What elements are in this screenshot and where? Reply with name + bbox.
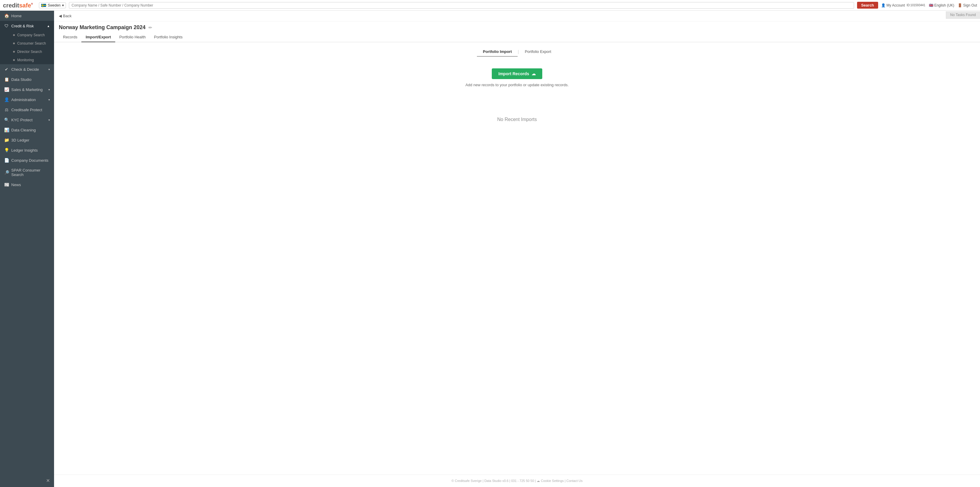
tab-portfolio-health-label: Portfolio Health: [119, 35, 146, 39]
dot-icon: [13, 51, 15, 53]
no-tasks-badge: No Tasks Found: [946, 11, 980, 19]
sub-tab-portfolio-import[interactable]: Portfolio Import: [477, 47, 518, 57]
sidebar-item-kyc-protect[interactable]: 🔍 KYC Protect ▾: [0, 115, 54, 125]
language-flag: 🇬🇧: [929, 3, 933, 8]
sidebar-item-administration[interactable]: 👤 Administration ▾: [0, 94, 54, 105]
tab-portfolio-health[interactable]: Portfolio Health: [115, 32, 150, 42]
edit-icon[interactable]: ✏: [148, 25, 152, 30]
signout-link[interactable]: 🚪 Sign Out: [958, 3, 977, 8]
top-nav: creditsafe’ Sweden ▾ Search 👤 My Account…: [0, 0, 980, 11]
footer: © Creditsafe Sverige | Data Studio v0.6 …: [54, 474, 980, 487]
company-search-label: Company Search: [17, 33, 45, 37]
my-account-link[interactable]: 👤 My Account ID:101593441: [881, 3, 925, 8]
kyc-protect-label: KYC Protect: [11, 118, 33, 122]
sidebar-credit-risk-label: Credit & Risk: [11, 24, 34, 28]
sidebar-item-creditsafe-protect[interactable]: ⚖ Creditsafe Protect: [0, 105, 54, 115]
language-selector[interactable]: 🇬🇧 English (UK): [929, 3, 954, 8]
country-selector[interactable]: Sweden ▾: [39, 2, 66, 8]
tab-records-label: Records: [63, 35, 77, 39]
sidebar-item-ledger-insights[interactable]: 💡 Ledger Insights: [0, 145, 54, 155]
sub-tab-portfolio-export[interactable]: Portfolio Export: [519, 47, 557, 57]
footer-text: © Creditsafe Sverige | Data Studio v0.6 …: [452, 479, 582, 482]
sidebar-item-monitoring[interactable]: Monitoring: [8, 56, 54, 64]
company-search-input[interactable]: [69, 2, 854, 9]
back-link[interactable]: ◀ Back: [59, 14, 72, 18]
sidebar-item-credit-risk[interactable]: 🛡 Credit & Risk ▲: [0, 21, 54, 31]
consumer-search-label: Consumer Search: [17, 42, 46, 45]
company-documents-label: Company Documents: [11, 158, 48, 163]
sidebar-item-news[interactable]: 📰 News: [0, 180, 54, 190]
sidebar-home-label: Home: [11, 14, 22, 18]
check-decide-label: Check & Decide: [11, 67, 39, 72]
sub-tabs: Portfolio Import | Portfolio Export: [54, 42, 980, 56]
back-chevron-icon: ◀: [59, 14, 62, 18]
sidebar-item-3d-ledger[interactable]: 📁 3D Ledger: [0, 135, 54, 145]
tabs: Records Import/Export Portfolio Health P…: [54, 32, 980, 42]
sidebar-sub-credit-risk: Company Search Consumer Search Director …: [0, 31, 54, 64]
credit-risk-icon: 🛡: [4, 24, 9, 28]
sidebar-item-company-documents[interactable]: 📄 Company Documents: [0, 155, 54, 165]
sidebar-item-spar-consumer[interactable]: 🔎 SPAR Consumer Search: [0, 165, 54, 180]
3d-ledger-icon: 📁: [4, 138, 9, 142]
tab-records[interactable]: Records: [59, 32, 81, 42]
content-area: ◀ Back Norway Marketing Campaign 2024 ✏ …: [54, 11, 980, 487]
news-icon: 📰: [4, 182, 9, 187]
credit-risk-chevron-icon: ▲: [47, 24, 50, 28]
ledger-insights-label: Ledger Insights: [11, 148, 38, 153]
portfolio-export-label: Portfolio Export: [525, 49, 551, 54]
account-icon: 👤: [881, 3, 886, 8]
sidebar-item-check-decide[interactable]: ✔ Check & Decide ▾: [0, 64, 54, 74]
search-button[interactable]: Search: [857, 2, 878, 9]
sidebar-item-director-search[interactable]: Director Search: [8, 48, 54, 56]
back-label: Back: [63, 14, 72, 18]
dot-icon: [13, 43, 15, 44]
page-title: Norway Marketing Campaign 2024: [59, 24, 145, 30]
director-search-label: Director Search: [17, 49, 42, 54]
import-area: Import Records ☁ Add new records to your…: [54, 56, 980, 474]
upload-icon: ☁: [531, 71, 536, 76]
logo: creditsafe’: [3, 2, 33, 9]
country-chevron-icon: ▾: [62, 3, 64, 8]
back-bar: ◀ Back: [54, 11, 980, 21]
administration-icon: 👤: [4, 97, 9, 102]
dot-icon: [13, 59, 15, 61]
home-icon: 🏠: [4, 13, 9, 18]
sales-marketing-chevron-icon: ▾: [48, 88, 50, 91]
language-label: English (UK): [934, 3, 954, 8]
sidebar-close-button[interactable]: ✕: [0, 474, 54, 487]
tab-portfolio-insights[interactable]: Portfolio Insights: [150, 32, 187, 42]
import-description: Add new records to your portfolio or upd…: [465, 83, 569, 87]
check-decide-chevron-icon: ▾: [48, 68, 50, 71]
data-studio-label: Data Studio: [11, 77, 32, 82]
page-header: Norway Marketing Campaign 2024 ✏: [54, 21, 980, 30]
data-cleaning-icon: 📊: [4, 128, 9, 132]
news-label: News: [11, 182, 21, 187]
ledger-insights-icon: 💡: [4, 148, 9, 153]
signout-label: Sign Out: [963, 3, 977, 8]
main-layout: 🏠 Home 🛡 Credit & Risk ▲ Company Search …: [0, 11, 980, 487]
no-tasks-label: No Tasks Found: [950, 13, 976, 17]
no-recent-imports: No Recent Imports: [497, 117, 537, 122]
monitoring-label: Monitoring: [17, 58, 34, 62]
sidebar-item-home[interactable]: 🏠 Home: [0, 11, 54, 21]
sidebar-item-consumer-search[interactable]: Consumer Search: [8, 39, 54, 48]
data-cleaning-label: Data Cleaning: [11, 128, 36, 132]
sidebar-item-sales-marketing[interactable]: 📈 Sales & Marketing ▾: [0, 85, 54, 94]
tab-import-export[interactable]: Import/Export: [81, 32, 115, 42]
sweden-flag: [41, 3, 46, 7]
sidebar-item-data-studio[interactable]: 📋 Data Studio: [0, 74, 54, 85]
sidebar-item-data-cleaning[interactable]: 📊 Data Cleaning: [0, 125, 54, 135]
kyc-protect-icon: 🔍: [4, 117, 9, 122]
account-label: My Account: [886, 3, 905, 8]
account-id: ID:101593441: [907, 3, 925, 7]
administration-label: Administration: [11, 97, 36, 102]
sales-marketing-label: Sales & Marketing: [11, 88, 43, 92]
sidebar-item-company-search[interactable]: Company Search: [8, 31, 54, 39]
import-records-button[interactable]: Import Records ☁: [492, 69, 542, 79]
portfolio-import-label: Portfolio Import: [483, 49, 512, 54]
sidebar: 🏠 Home 🛡 Credit & Risk ▲ Company Search …: [0, 11, 54, 487]
check-decide-icon: ✔: [4, 67, 9, 72]
creditsafe-protect-label: Creditsafe Protect: [11, 108, 42, 112]
tab-portfolio-insights-label: Portfolio Insights: [154, 35, 183, 39]
sales-marketing-icon: 📈: [4, 87, 9, 92]
